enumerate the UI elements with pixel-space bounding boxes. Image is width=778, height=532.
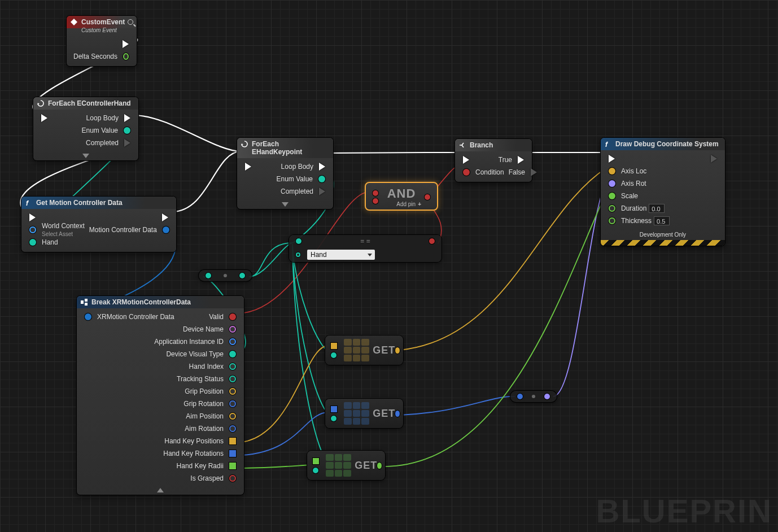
bool-out-pin[interactable] <box>229 475 236 482</box>
exec-out-pin[interactable] <box>162 213 168 221</box>
exec-in-pin[interactable] <box>41 114 47 122</box>
vector-out-pin[interactable] <box>229 413 236 420</box>
enum-out-pin[interactable] <box>229 351 236 357</box>
event-icon <box>70 18 78 26</box>
pin[interactable] <box>544 394 550 399</box>
exec-out-true-pin[interactable] <box>518 156 524 164</box>
array-in-pin[interactable] <box>331 406 337 412</box>
int-in-pin[interactable] <box>331 416 336 421</box>
pin-label: Condition <box>473 168 506 176</box>
array-in-pin[interactable] <box>313 458 319 464</box>
pin[interactable] <box>517 394 523 399</box>
svg-rect-4 <box>81 300 84 304</box>
enum-in-pin[interactable] <box>29 239 36 246</box>
dev-only-label: Development Only <box>601 230 725 239</box>
int-in-pin[interactable] <box>313 468 318 473</box>
pin-label: Device Name <box>181 325 226 333</box>
vector-out-pin[interactable] <box>229 388 236 395</box>
pin-label: Application Instance ID <box>152 338 226 346</box>
float-in-pin[interactable] <box>609 193 615 199</box>
node-get-motion-controller-data[interactable]: f Get Motion Controller Data World Conte… <box>21 197 176 252</box>
exec-in-pin[interactable] <box>463 156 469 164</box>
node-custom-event[interactable]: CustomEvent Custom Event Delta Seconds <box>67 16 137 66</box>
object-in-pin[interactable] <box>29 226 36 233</box>
float-in-pin[interactable] <box>609 217 615 224</box>
exec-out-false-pin[interactable] <box>531 168 537 176</box>
rotator-in-pin[interactable] <box>609 180 615 187</box>
pin[interactable] <box>239 273 245 278</box>
array-out-pin[interactable] <box>229 438 236 444</box>
enum-dropdown[interactable]: Hand <box>307 250 375 260</box>
quat-out-pin[interactable] <box>229 425 236 432</box>
enum-out-pin[interactable] <box>124 127 130 134</box>
pin[interactable] <box>206 273 211 278</box>
name-out-pin[interactable] <box>229 326 236 333</box>
array-out-pin[interactable] <box>229 450 236 457</box>
node-foreach-handkeypoint[interactable]: ForEach EHandKeypoint Loop Body Enum Val… <box>237 138 333 209</box>
node-reroute[interactable] <box>510 391 557 402</box>
float-in-pin[interactable] <box>609 205 615 212</box>
macro-loop-icon <box>241 140 248 148</box>
exec-out-pin[interactable] <box>711 155 717 163</box>
float-out-pin[interactable] <box>377 463 382 469</box>
bool-in-pin[interactable] <box>373 198 378 204</box>
struct-out-pin[interactable] <box>229 338 236 345</box>
exec-out-completed-pin[interactable] <box>319 187 325 195</box>
exec-in-pin[interactable] <box>29 213 36 221</box>
exec-out-pin[interactable] <box>123 40 129 48</box>
vector-out-pin[interactable] <box>395 347 400 354</box>
enum-in-pin[interactable] <box>296 238 301 244</box>
struct-in-pin[interactable] <box>85 313 91 320</box>
node-break-xrmotioncontrollerdata[interactable]: Break XRMotionControllerData XRMotion Co… <box>77 296 244 495</box>
svg-text:f: f <box>605 141 608 148</box>
node-draw-debug-coordinate-system[interactable]: f Draw Debug Coordinate System Axis Loc … <box>601 138 725 246</box>
bool-in-pin[interactable] <box>373 190 378 196</box>
plus-icon[interactable]: + <box>418 201 421 207</box>
pin-label: Hand Key Radii <box>174 462 226 470</box>
struct-out-pin[interactable] <box>163 226 169 233</box>
node-array-get[interactable]: GET <box>325 399 403 428</box>
enum-in-pin[interactable] <box>296 252 300 257</box>
enum-out-pin[interactable] <box>318 176 325 182</box>
array-out-pin[interactable] <box>229 463 236 469</box>
node-array-get[interactable]: GET <box>307 451 385 480</box>
node-reroute[interactable] <box>199 270 252 281</box>
bool-in-pin[interactable] <box>463 169 470 176</box>
float-input[interactable]: 0.0 <box>649 204 665 213</box>
float-input[interactable]: 0.5 <box>654 216 670 225</box>
node-foreach-controllerhand[interactable]: ForEach EControllerHand Loop Body Enum V… <box>33 97 138 160</box>
function-icon: f <box>25 199 33 207</box>
pin-label: Hand Key Positions <box>162 437 226 445</box>
exec-out-loop-pin[interactable] <box>124 114 130 122</box>
node-array-get[interactable]: GET <box>325 335 403 365</box>
expand-icon[interactable] <box>82 154 89 158</box>
expand-icon[interactable] <box>282 202 289 207</box>
bool-out-pin[interactable] <box>429 238 435 244</box>
pin-label: Enum Value <box>274 175 315 183</box>
exec-out-completed-pin[interactable] <box>124 139 130 147</box>
node-equal-enum[interactable]: = = Hand <box>289 235 442 262</box>
bool-out-pin[interactable] <box>229 313 236 320</box>
bool-out-pin[interactable] <box>425 194 430 200</box>
enum-out-pin[interactable] <box>229 363 236 370</box>
quat-out-pin[interactable] <box>395 411 400 417</box>
pin-label: Tracking Status <box>174 375 226 383</box>
hazard-stripe <box>601 240 725 246</box>
int-in-pin[interactable] <box>331 352 336 358</box>
quat-out-pin[interactable] <box>229 400 236 407</box>
node-title: f Draw Debug Coordinate System <box>601 138 725 150</box>
enum-out-pin[interactable] <box>229 376 236 382</box>
exec-in-pin[interactable] <box>245 163 251 171</box>
node-title: ForEach EHandKeypoint <box>237 138 333 158</box>
array-in-pin[interactable] <box>331 343 337 349</box>
pin-label: Device Visual Type <box>164 350 226 358</box>
vector-in-pin[interactable] <box>609 168 615 175</box>
node-branch[interactable]: Branch True ConditionFalse <box>455 139 532 182</box>
exec-out-loop-pin[interactable] <box>319 163 325 171</box>
blueprint-watermark: BLUEPRIN <box>596 492 772 530</box>
node-boolean-and[interactable]: AND Add pin+ <box>365 182 438 211</box>
search-icon <box>128 19 133 25</box>
collapse-icon[interactable] <box>157 488 164 492</box>
exec-in-pin[interactable] <box>609 155 615 163</box>
float-out-pin[interactable] <box>123 53 129 60</box>
